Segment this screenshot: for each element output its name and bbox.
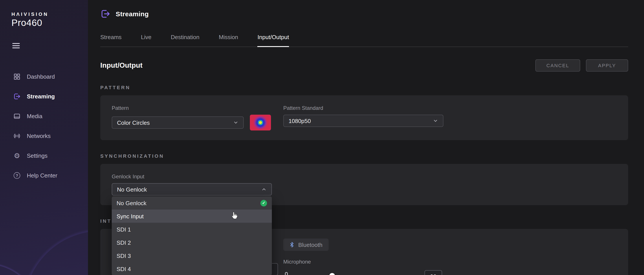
- sidebar: HΛIVISION Pro460 Dashboard: [0, 0, 88, 275]
- pattern-panel: Pattern Color Circles Pattern Standard 1…: [100, 95, 628, 140]
- stream-out-icon: [13, 93, 21, 100]
- pattern-section-label: PATTERN: [100, 85, 628, 90]
- selected-check-icon: ✓: [260, 200, 267, 206]
- tab-mission[interactable]: Mission: [219, 34, 238, 46]
- hamburger-menu-icon[interactable]: [12, 43, 20, 48]
- dropdown-option-sdi-1[interactable]: SDI 1: [112, 223, 272, 236]
- microphone-value-box[interactable]: 30: [424, 270, 442, 275]
- page-title: Input/Output: [100, 61, 142, 69]
- tab-input-output[interactable]: Input/Output: [258, 34, 289, 47]
- interfaces-right-column: Bluetooth Microphone 0: [283, 239, 617, 275]
- tab-live[interactable]: Live: [141, 34, 152, 46]
- dropdown-option-sdi-2[interactable]: SDI 2: [112, 236, 272, 249]
- genlock-input-select[interactable]: No Genlock: [112, 183, 272, 196]
- chevron-up-icon: [261, 187, 266, 192]
- tab-destination[interactable]: Destination: [171, 34, 200, 46]
- sidebar-item-help-center[interactable]: ? Help Center: [0, 166, 88, 185]
- pattern-standard-value: 1080p50: [288, 117, 311, 124]
- sidebar-item-label: Networks: [27, 133, 50, 139]
- sidebar-item-label: Settings: [27, 152, 48, 159]
- pattern-select-value: Color Circles: [117, 119, 150, 126]
- tab-bar: Streams Live Destination Mission Input/O…: [100, 34, 628, 47]
- bluetooth-label: Bluetooth: [298, 241, 322, 248]
- page-header: Streaming: [100, 0, 628, 19]
- cancel-button[interactable]: CANCEL: [535, 59, 580, 72]
- pattern-standard-field: Pattern Standard 1080p50: [283, 105, 617, 130]
- sidebar-item-label: Dashboard: [27, 73, 55, 80]
- action-buttons: CANCEL APPLY: [535, 59, 628, 72]
- pattern-standard-select[interactable]: 1080p50: [283, 115, 444, 127]
- sidebar-item-dashboard[interactable]: Dashboard: [0, 67, 88, 86]
- brand-name: HΛIVISION: [12, 11, 88, 17]
- media-icon: [13, 112, 21, 120]
- sync-panel: Genlock Input No Genlock No Genlock ✓ Sy…: [100, 164, 628, 205]
- gear-icon: ⚙: [13, 152, 21, 159]
- sidebar-item-label: Streaming: [27, 93, 55, 100]
- genlock-dropdown-list: No Genlock ✓ Sync Input SDI 1 SDI 2 SDI …: [112, 196, 272, 275]
- mic-slider-knob[interactable]: [329, 273, 335, 275]
- app-root: HΛIVISION Pro460 Dashboard: [0, 0, 644, 275]
- dropdown-option-sdi-3[interactable]: SDI 3: [112, 249, 272, 262]
- pattern-standard-label: Pattern Standard: [283, 105, 617, 111]
- chevron-down-icon: [433, 118, 438, 123]
- sync-section-label: SYNCHRONIZATION: [100, 153, 628, 159]
- pattern-label: Pattern: [112, 105, 283, 111]
- bluetooth-icon: [290, 242, 294, 248]
- main-content: Streaming Streams Live Destination Missi…: [88, 0, 644, 275]
- genlock-input-label: Genlock Input: [112, 174, 617, 180]
- apply-button[interactable]: APPLY: [586, 59, 628, 72]
- pattern-field: Pattern Color Circles: [112, 105, 283, 130]
- dropdown-option-sync-input[interactable]: Sync Input: [112, 210, 272, 223]
- pattern-select[interactable]: Color Circles: [112, 116, 244, 129]
- page-head-row: Input/Output CANCEL APPLY: [100, 59, 628, 72]
- app-section-title: Streaming: [116, 10, 149, 17]
- sidebar-item-settings[interactable]: ⚙ Settings: [0, 146, 88, 166]
- pattern-preview-thumbnail: [250, 115, 271, 130]
- sidebar-item-streaming[interactable]: Streaming: [0, 86, 88, 106]
- chevron-down-icon: [233, 120, 238, 125]
- stream-out-icon: [100, 9, 110, 19]
- grid-icon: [13, 73, 21, 80]
- sidebar-item-label: Media: [27, 113, 42, 119]
- tab-streams[interactable]: Streams: [100, 34, 122, 46]
- sidebar-item-networks[interactable]: Networks: [0, 126, 88, 146]
- microphone-icon: [283, 272, 290, 275]
- dropdown-option-no-genlock[interactable]: No Genlock ✓: [112, 196, 272, 210]
- dropdown-option-sdi-4[interactable]: SDI 4: [112, 262, 272, 275]
- bluetooth-button[interactable]: Bluetooth: [283, 239, 328, 251]
- sidebar-nav: Dashboard Streaming Media: [0, 67, 88, 185]
- microphone-slider[interactable]: 0 100: [294, 270, 420, 275]
- brand-model: Pro460: [12, 17, 88, 28]
- sidebar-item-label: Help Center: [27, 172, 58, 179]
- genlock-select-value: No Genlock: [117, 186, 147, 193]
- brand-logo: HΛIVISION Pro460: [0, 0, 88, 28]
- help-icon: ?: [13, 172, 21, 179]
- sidebar-item-media[interactable]: Media: [0, 106, 88, 126]
- microphone-label: Microphone: [283, 259, 617, 265]
- broadcast-icon: [13, 132, 21, 140]
- microphone-row: 0 100 30: [283, 270, 617, 275]
